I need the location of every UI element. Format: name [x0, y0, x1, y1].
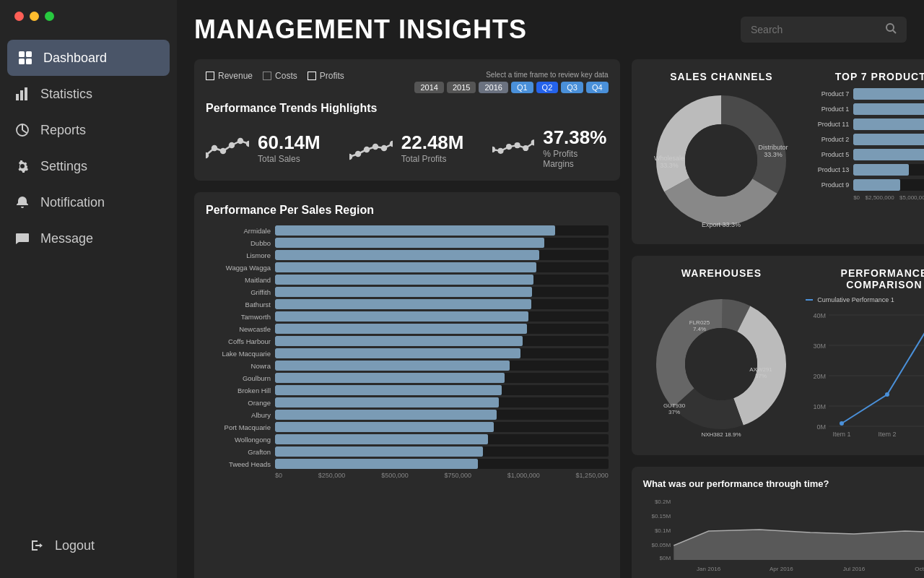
q3-btn[interactable]: Q3: [561, 82, 583, 93]
sidebar-item-notification[interactable]: Notification: [0, 184, 177, 220]
right-column: SALES CHANNELS: [632, 59, 924, 578]
x-axis-label: $0: [275, 472, 282, 479]
message-icon: [14, 230, 30, 246]
total-sales-value: 60.14M: [258, 131, 321, 154]
sidebar-item-statistics-label: Statistics: [40, 87, 92, 102]
svg-point-8: [886, 24, 894, 31]
svg-text:33.3%: 33.3%: [764, 151, 783, 158]
sidebar: Dashboard Statistics Reports: [0, 0, 177, 578]
svg-text:$0M: $0M: [659, 555, 671, 561]
x-axis-label: $0: [853, 194, 860, 201]
total-profits-value: 22.48M: [401, 131, 464, 154]
sidebar-item-dashboard[interactable]: Dashboard: [7, 40, 170, 76]
bar-fill: [275, 373, 505, 383]
traffic-light-yellow[interactable]: [30, 12, 39, 21]
bar-background: [275, 262, 609, 272]
main-content: MANAGEMENT INSIGHTS Revenue: [177, 0, 924, 578]
sidebar-item-message-label: Message: [40, 231, 93, 246]
bar-background: [275, 299, 609, 309]
table-row: Newcastle: [206, 324, 609, 334]
top7-bar-bg: [853, 164, 924, 176]
sidebar-item-statistics[interactable]: Statistics: [0, 76, 177, 112]
sidebar-item-message[interactable]: Message: [0, 220, 177, 256]
product-label: Product 13: [806, 166, 849, 173]
q1-btn[interactable]: Q1: [511, 82, 533, 93]
sales-channels-donut: Wholesale 33.3% Distributor 33.3% Export…: [649, 88, 793, 233]
svg-text:$0.05M: $0.05M: [651, 542, 671, 548]
table-row: Maitland: [206, 275, 609, 285]
svg-line-9: [893, 30, 896, 33]
bar-fill: [275, 311, 528, 322]
legend-revenue: Revenue: [206, 71, 253, 81]
sales-channels-top7-card: SALES CHANNELS: [632, 59, 924, 244]
sidebar-item-settings[interactable]: Settings: [0, 148, 177, 184]
traffic-light-red[interactable]: [14, 12, 24, 21]
gear-icon: [14, 158, 30, 174]
bar-background: [275, 324, 609, 334]
bar-fill: [275, 397, 499, 407]
table-row: Albury: [206, 410, 609, 420]
svg-point-18: [365, 147, 369, 152]
profit-margins-label: % Profits Margins: [543, 149, 608, 169]
logout-icon: [29, 538, 45, 553]
top7-bar-bg: [853, 149, 924, 160]
table-row: Griffith: [206, 287, 609, 297]
svg-rect-2: [19, 59, 25, 64]
x-axis-label: $2,500,000: [866, 194, 894, 201]
sidebar-item-notification-label: Notification: [40, 195, 105, 210]
bar-fill: [275, 262, 536, 272]
year-2015-btn[interactable]: 2015: [447, 82, 476, 93]
svg-point-11: [212, 146, 217, 150]
left-column: Revenue Costs Profits Select a time fram…: [194, 59, 620, 578]
svg-text:Wholesale: Wholesale: [654, 155, 684, 162]
svg-text:Item 2: Item 2: [879, 431, 897, 438]
svg-text:Jan 2016: Jan 2016: [697, 566, 721, 572]
svg-point-17: [356, 152, 360, 156]
search-box[interactable]: [741, 17, 907, 43]
top7-bar-bg: [853, 118, 924, 130]
table-row: Dubbo: [206, 238, 609, 248]
bar-background: [275, 459, 609, 469]
q2-btn[interactable]: Q2: [536, 82, 559, 93]
region-label: Wollongong: [206, 436, 271, 444]
x-axis-label: $1,000,000: [507, 472, 540, 479]
product-label: Product 5: [806, 151, 849, 158]
sales-region-card: Performance Per Sales Region Armidale Du…: [194, 192, 620, 578]
bar-background: [275, 225, 609, 236]
legend-profits-label: Profits: [320, 71, 344, 81]
svg-point-20: [382, 146, 386, 150]
logout-button[interactable]: Logout: [14, 527, 162, 564]
x-axis-label: $250,000: [318, 472, 346, 479]
sales-channels-title: SALES CHANNELS: [643, 71, 801, 82]
grid-icon: [17, 50, 33, 66]
perf-comparison-legend-label: Cumulative Performance 1: [817, 296, 894, 303]
svg-text:33.3%: 33.3%: [661, 162, 679, 169]
bar-fill: [275, 299, 531, 309]
perf-comparison-title: PERFORMANCE COMPARISON: [806, 267, 924, 290]
table-row: Lake Macquarie: [206, 348, 609, 358]
year-2016-btn[interactable]: 2016: [479, 82, 507, 93]
sidebar-item-reports[interactable]: Reports: [0, 112, 177, 148]
year-2014-btn[interactable]: 2014: [414, 82, 443, 93]
search-input[interactable]: [751, 24, 879, 35]
svg-point-19: [373, 144, 378, 149]
sidebar-item-settings-label: Settings: [40, 159, 87, 174]
svg-text:Export 33.3%: Export 33.3%: [702, 221, 741, 228]
list-item: Product 1: [806, 103, 924, 115]
x-axis-label: $1,250,000: [576, 472, 609, 479]
legend-costs-label: Costs: [275, 71, 297, 81]
traffic-light-green[interactable]: [45, 12, 54, 21]
table-row: Wollongong: [206, 434, 609, 444]
svg-text:37%: 37%: [755, 373, 767, 379]
q4-btn[interactable]: Q4: [586, 82, 609, 93]
table-row: Wagga Wagga: [206, 262, 609, 272]
svg-text:0M: 0M: [817, 423, 827, 431]
region-label: Coffs Harbour: [206, 337, 271, 345]
top7-bar-fill: [853, 103, 924, 115]
sidebar-bottom: Logout: [0, 513, 177, 578]
product-label: Product 7: [806, 90, 849, 98]
list-item: Product 5: [806, 149, 924, 160]
logout-label: Logout: [55, 538, 95, 553]
traffic-lights: [0, 0, 177, 33]
bar-background: [275, 422, 609, 432]
